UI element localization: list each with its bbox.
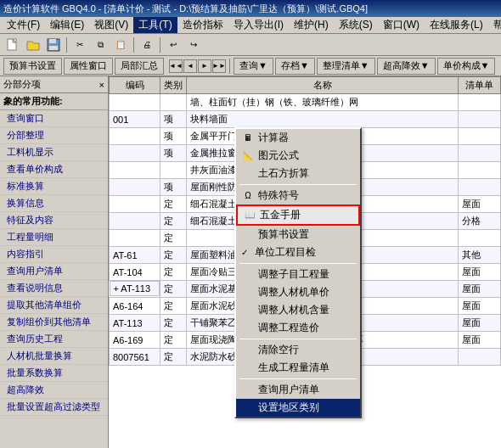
- menu-window[interactable]: 窗口(W): [378, 17, 425, 33]
- menu-item-adjustprice-label: 调整人材机单价: [258, 285, 329, 300]
- sidebar-item-history[interactable]: 查询历史工程: [0, 331, 108, 348]
- title-text: 造价计算软件 GBQ4.0 - [清单计价 - 测试 - D:\预结算及抽筋\广…: [3, 3, 368, 15]
- setregion-icon: [241, 401, 255, 415]
- unit-price-button[interactable]: 单价构成▼: [437, 58, 496, 75]
- formula-icon: 📐: [241, 149, 255, 163]
- menu-item-adjustcontent[interactable]: 调整人材机含量: [236, 301, 360, 319]
- cut-button[interactable]: ✂: [70, 36, 89, 54]
- toolbar: ✂ ⧉ 📋 🖨 ↩ ↪: [0, 34, 501, 56]
- paste-button[interactable]: 📋: [111, 36, 130, 54]
- menu-item-formula[interactable]: 📐 图元公式: [236, 147, 360, 165]
- sep3: [160, 37, 160, 53]
- menu-file[interactable]: 文件(F): [2, 17, 45, 33]
- print-button[interactable]: 🖨: [138, 36, 156, 54]
- menu-item-setregion-label: 设置地区类别: [258, 400, 319, 415]
- menu-edit[interactable]: 编辑(E): [45, 17, 89, 33]
- redo-button[interactable]: ↪: [184, 36, 203, 54]
- col-header-unit: 清单单: [459, 77, 501, 94]
- sidebar-item-quantity[interactable]: 工程量明细: [0, 229, 108, 246]
- sidebar-item-classify[interactable]: 分部整理: [0, 127, 108, 144]
- sidebar-item-material[interactable]: 工料机显示: [0, 144, 108, 161]
- menu-help[interactable]: 帮助(P): [488, 17, 501, 33]
- nav-prev[interactable]: ◄: [183, 59, 197, 73]
- super-height-button[interactable]: 超高降效▼: [377, 58, 436, 75]
- menu-item-setregion[interactable]: 设置地区类别: [236, 399, 360, 417]
- table-row: 001 项 块料墙面: [110, 111, 501, 128]
- tools-menu[interactable]: 🖩 计算器 📐 图元公式 土石方折算 Ω 特殊符号 📖: [234, 127, 362, 418]
- menu-separator-4: [239, 378, 357, 379]
- menu-item-adjustqty[interactable]: 调整子目工程量: [236, 266, 360, 283]
- menu-item-clearrow[interactable]: 清除空行: [236, 341, 360, 359]
- undo-button[interactable]: ↩: [164, 36, 183, 54]
- left-panel: 分部分项 × 象的常用功能: 查询窗口 分部整理 工料机显示 查看单价构成 标准…: [0, 76, 109, 448]
- sidebar-item-feature[interactable]: 特征及内容: [0, 212, 108, 229]
- sidebar-item-unitprice[interactable]: 查看单价构成: [0, 161, 108, 178]
- menu-price[interactable]: 造价指标: [177, 17, 228, 33]
- menu-item-adjustcost[interactable]: 调整工程造价: [236, 319, 360, 337]
- menu-item-hardware[interactable]: 📖 五金手册: [236, 204, 360, 226]
- budget-icon: [241, 228, 255, 242]
- menu-item-unitcheck-label: 单位工程目检: [255, 245, 316, 260]
- menu-item-calculator-label: 计算器: [258, 131, 289, 145]
- sep2: [133, 37, 134, 53]
- menu-item-earthwork[interactable]: 土石方折算: [236, 165, 360, 182]
- sidebar-item-batchfilter[interactable]: 批量设置超高过滤类型: [0, 399, 108, 416]
- new-button[interactable]: [3, 36, 22, 54]
- menu-item-unitcheck[interactable]: ✓ 单位工程目检: [236, 244, 360, 261]
- menu-import[interactable]: 导入导出(I): [228, 17, 289, 33]
- nav-last[interactable]: ►►: [212, 59, 226, 73]
- menu-item-queryuser-label: 查询用户清单: [258, 383, 319, 397]
- menu-item-symbol-label: 特殊符号: [258, 188, 299, 203]
- menu-online[interactable]: 在线服务(L): [425, 17, 488, 33]
- menu-maintain[interactable]: 维护(H): [289, 17, 334, 33]
- sidebar-item-copy[interactable]: 复制组价到其他清单: [0, 314, 108, 331]
- menu-system[interactable]: 系统(S): [334, 17, 378, 33]
- sep1: [66, 37, 67, 53]
- menu-item-queryuser[interactable]: 查询用户清单: [236, 381, 360, 399]
- open-button[interactable]: [24, 36, 42, 54]
- menu-separator-3: [239, 339, 357, 339]
- adjustcost-icon: [241, 322, 255, 335]
- local-summary-button[interactable]: 局部汇总: [115, 58, 164, 75]
- nav-next[interactable]: ►: [198, 59, 211, 73]
- attr-window-button[interactable]: 属性窗口: [64, 58, 113, 75]
- menu-item-symbol[interactable]: Ω 特殊符号: [236, 187, 360, 204]
- menu-tools[interactable]: 工具(T): [133, 17, 177, 33]
- preset-settings-button[interactable]: 预算书设置: [3, 58, 62, 75]
- sidebar-item-batchconv[interactable]: 人材机批量换算: [0, 348, 108, 365]
- sidebar-item-coeff[interactable]: 批量系数换算: [0, 365, 108, 382]
- menu-separator-1: [239, 184, 357, 185]
- sidebar-item-query[interactable]: 查询窗口: [0, 110, 108, 127]
- left-panel-close[interactable]: ×: [99, 80, 104, 90]
- archive-button[interactable]: 存档▼: [275, 58, 315, 75]
- menu-item-clearrow-label: 清除空行: [258, 343, 299, 357]
- menu-item-budgetsetting-label: 预算书设置: [258, 227, 309, 242]
- earthwork-icon: [241, 167, 255, 181]
- adjustqty-icon: [241, 268, 255, 282]
- copy-button[interactable]: ⧉: [91, 36, 110, 54]
- menu-item-calculator[interactable]: 🖩 计算器: [236, 129, 360, 147]
- sidebar-item-convinfo[interactable]: 换算信息: [0, 195, 108, 212]
- menu-item-genlist[interactable]: 生成工程量清单: [236, 359, 360, 377]
- arrange-list-button[interactable]: 整理清单▼: [317, 58, 375, 75]
- sidebar-item-superheight[interactable]: 超高降效: [0, 382, 108, 399]
- menu-item-genlist-label: 生成工程量清单: [258, 361, 329, 375]
- sidebar-item-content[interactable]: 内容指引: [0, 246, 108, 263]
- nav-arrows: ◄◄ ◄ ► ►►: [169, 59, 226, 73]
- save-button[interactable]: [44, 36, 63, 54]
- check-icon: ✓: [241, 248, 251, 257]
- menu-view[interactable]: 视图(V): [89, 17, 133, 33]
- sidebar-item-info[interactable]: 查看说明信息: [0, 280, 108, 297]
- sidebar-item-userlist[interactable]: 查询用户清单: [0, 263, 108, 280]
- left-panel-title-text: 分部分项: [3, 78, 41, 91]
- menu-item-hardware-label: 五金手册: [260, 208, 301, 222]
- menu-item-budgetsetting[interactable]: 预算书设置: [236, 226, 360, 244]
- sidebar-item-extract[interactable]: 提取其他清单组价: [0, 297, 108, 314]
- query-button[interactable]: 查询▼: [234, 58, 273, 75]
- menu-item-adjustprice[interactable]: 调整人材机单价: [236, 283, 360, 301]
- menu-separator-2: [239, 263, 357, 264]
- nav-first[interactable]: ◄◄: [169, 59, 183, 73]
- menu-item-adjustcost-label: 调整工程造价: [258, 321, 319, 335]
- sidebar-item-stdconv[interactable]: 标准换算: [0, 178, 108, 195]
- col-header-name: 名称: [187, 77, 459, 94]
